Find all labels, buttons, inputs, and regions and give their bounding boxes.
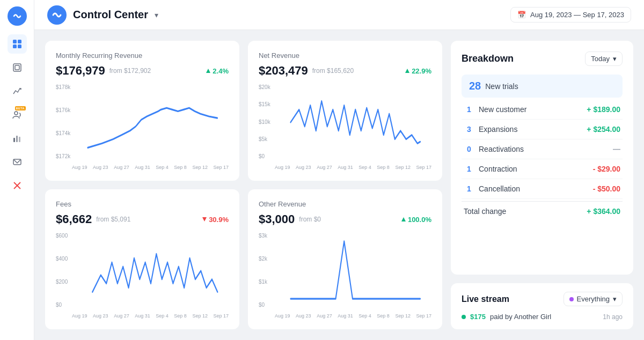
sidebar-item-bar[interactable] (8, 129, 27, 148)
mrr-badge: 2.4% (206, 67, 229, 75)
sidebar-item-grid[interactable] (8, 34, 27, 54)
net-title: Net Revenue (259, 51, 431, 60)
expansions-count: 3 (464, 125, 474, 134)
other-from: from $0 (299, 216, 321, 223)
fees-y-labels: $600$400$200$0 (56, 233, 68, 308)
breakdown-row-expansions: 3 Expansions + $254.00 (462, 120, 623, 139)
fees-card: Fees $6,662 from $5,091 30.9% $600$400$2… (45, 189, 239, 329)
main-content: Control Center ▾ 📅 Aug 19, 2023 — Sep 17… (34, 0, 644, 340)
mrr-chart: $178k$176k$174k$172k Aug 19Aug 23Aug 27A… (56, 84, 229, 170)
livestream-title: Live stream (462, 294, 509, 304)
breakdown-row-contraction: 1 Contraction - $29.00 (462, 159, 623, 179)
svg-rect-0 (13, 40, 17, 43)
breakdown-row-reactivations: 0 Reactivations — (462, 139, 623, 159)
breakdown-card: Breakdown Today ▾ 28 New trials 1 New cu… (451, 41, 633, 275)
sidebar: BETA (0, 0, 34, 340)
svg-rect-5 (15, 65, 19, 70)
page-title: Control Center (73, 9, 148, 21)
svg-marker-15 (202, 217, 207, 221)
mrr-x-labels: Aug 19Aug 23Aug 27Aug 31Sep 4Sep 8Sep 12… (72, 165, 229, 170)
contraction-value: - $29.00 (593, 165, 620, 173)
livestream-card: Live stream Everything ▾ $175 paid by An… (451, 283, 633, 329)
customer-value: + $189.00 (587, 105, 620, 114)
breakdown-select[interactable]: Today ▾ (585, 51, 623, 66)
fees-value-row: $6,662 from $5,091 30.9% (56, 212, 229, 226)
fees-x-labels: Aug 19Aug 23Aug 27Aug 31Sep 4Sep 8Sep 12… (72, 313, 229, 319)
livestream-amount: $175 (470, 313, 486, 321)
mrr-from: from $172,902 (109, 67, 151, 75)
cancellation-count: 1 (464, 184, 474, 193)
everything-label: Everything (577, 295, 610, 303)
header-left: Control Center ▾ (47, 5, 158, 25)
expansions-value: + $254.00 (587, 125, 620, 134)
net-value-row: $203,479 from $165,620 22.9% (259, 64, 431, 78)
mrr-value-row: $176,979 from $172,902 2.4% (56, 64, 229, 78)
sidebar-item-chart[interactable] (8, 82, 27, 101)
livestream-header: Live stream Everything ▾ (462, 292, 623, 306)
cancellation-value: - $50.00 (593, 184, 620, 193)
mrr-card: Monthly Recurring Revenue $176,979 from … (45, 41, 239, 181)
reactivations-count: 0 (464, 145, 474, 153)
net-x-labels: Aug 19Aug 23Aug 27Aug 31Sep 4Sep 8Sep 12… (275, 165, 431, 170)
total-row: Total change + $364.00 (462, 201, 623, 221)
sidebar-logo[interactable] (8, 6, 27, 26)
right-panel: Breakdown Today ▾ 28 New trials 1 New cu… (451, 41, 633, 329)
dashboard-grid: Monthly Recurring Revenue $176,979 from … (45, 41, 442, 329)
fees-from: from $5,091 (96, 216, 130, 223)
fees-badge: 30.9% (202, 216, 229, 224)
breakdown-row-customer: 1 New customer + $189.00 (462, 100, 623, 120)
svg-rect-2 (13, 45, 17, 48)
livestream-text: paid by Another Girl (490, 313, 551, 321)
contraction-label: Contraction (479, 165, 593, 173)
header-chevron-icon[interactable]: ▾ (155, 11, 158, 19)
customer-count: 1 (464, 105, 474, 114)
svg-marker-13 (206, 69, 210, 73)
header-logo (47, 5, 67, 25)
breakdown-row-cancellation: 1 Cancellation - $50.00 (462, 179, 623, 199)
svg-rect-1 (18, 40, 21, 43)
sidebar-item-tools[interactable] (8, 176, 27, 195)
other-chart: $3k$2k$1k$0 Aug 19Aug 23Aug 27Aug 31Sep … (259, 233, 431, 319)
net-card: Net Revenue $203,479 from $165,620 22.9%… (248, 41, 442, 181)
sidebar-item-users[interactable]: BETA (8, 105, 27, 124)
net-y-labels: $20k$15k$10k$5k$0 (259, 84, 270, 159)
svg-point-6 (14, 112, 18, 115)
total-label: Total change (464, 207, 506, 216)
sidebar-item-mail[interactable] (8, 152, 27, 172)
everything-dot-icon (569, 297, 574, 301)
other-y-labels: $3k$2k$1k$0 (259, 233, 267, 308)
date-range-picker[interactable]: 📅 Aug 19, 2023 — Sep 17, 2023 (510, 7, 631, 23)
reactivations-value: — (613, 145, 620, 153)
fees-chart: $600$400$200$0 Aug 19Aug 23Aug 27Aug 31S… (56, 233, 229, 319)
net-value: $203,479 (259, 64, 308, 78)
net-from: from $165,620 (312, 67, 354, 75)
svg-rect-4 (13, 64, 21, 71)
date-range-text: Aug 19, 2023 — Sep 17, 2023 (530, 11, 624, 19)
header: Control Center ▾ 📅 Aug 19, 2023 — Sep 17… (34, 0, 644, 30)
sidebar-item-layers[interactable] (8, 58, 27, 77)
other-card: Other Revenue $3,000 from $0 100.0% $3k$… (248, 189, 442, 329)
breakdown-chevron-icon: ▾ (613, 55, 617, 63)
new-trials-row: 28 New trials (462, 75, 623, 98)
trials-count: 28 (469, 80, 481, 92)
breakdown-select-label: Today (591, 55, 610, 63)
net-badge: 22.9% (405, 67, 431, 75)
contraction-count: 1 (464, 165, 474, 173)
other-value-row: $3,000 from $0 100.0% (259, 212, 431, 226)
livestream-time: 1h ago (603, 313, 623, 321)
customer-label: New customer (479, 105, 587, 114)
live-dot-icon (462, 315, 466, 319)
everything-select[interactable]: Everything ▾ (564, 292, 623, 306)
expansions-label: Expansions (479, 125, 587, 134)
mrr-value: $176,979 (56, 64, 105, 78)
content-area: Monthly Recurring Revenue $176,979 from … (34, 30, 644, 340)
other-value: $3,000 (259, 212, 295, 226)
svg-rect-7 (13, 138, 15, 142)
cancellation-label: Cancellation (479, 184, 593, 193)
svg-marker-16 (401, 217, 406, 221)
mrr-title: Monthly Recurring Revenue (56, 51, 229, 60)
trials-label: New trials (485, 82, 518, 91)
svg-rect-8 (16, 136, 18, 142)
breakdown-header: Breakdown Today ▾ (462, 51, 623, 66)
fees-title: Fees (56, 200, 229, 208)
